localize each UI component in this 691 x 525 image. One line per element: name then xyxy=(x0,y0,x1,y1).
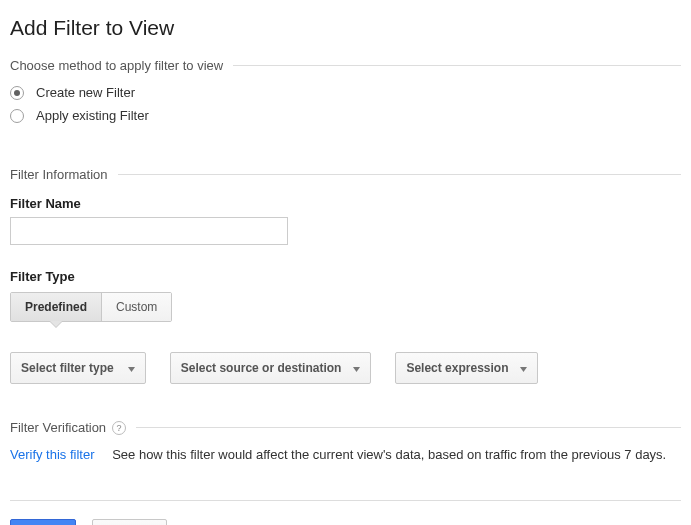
divider xyxy=(136,427,681,428)
dropdown-label: Select filter type xyxy=(21,361,114,375)
dropdown-expression[interactable]: Select expression xyxy=(395,352,538,384)
divider xyxy=(10,500,681,501)
chevron-down-icon xyxy=(353,361,360,375)
radio-apply-existing-filter[interactable]: Apply existing Filter xyxy=(10,108,681,123)
divider xyxy=(233,65,681,66)
filter-type-tabs: Predefined Custom xyxy=(10,292,172,322)
save-button[interactable]: Save xyxy=(10,519,76,525)
dropdown-label: Select expression xyxy=(406,361,508,375)
verify-section-heading: Filter Verification ? xyxy=(10,420,681,435)
dropdown-label: Select source or destination xyxy=(181,361,342,375)
tab-custom[interactable]: Custom xyxy=(101,293,171,321)
chevron-down-icon xyxy=(520,361,527,375)
verify-filter-link[interactable]: Verify this filter xyxy=(10,447,95,462)
verify-description: See how this filter would affect the cur… xyxy=(112,447,666,462)
filter-name-label: Filter Name xyxy=(10,196,681,211)
radio-create-new-filter[interactable]: Create new Filter xyxy=(10,85,681,100)
method-heading-text: Choose method to apply filter to view xyxy=(10,58,223,73)
verify-heading-text: Filter Verification xyxy=(10,420,106,435)
radio-icon xyxy=(10,109,24,123)
divider xyxy=(118,174,681,175)
info-section-heading: Filter Information xyxy=(10,167,681,182)
radio-icon xyxy=(10,86,24,100)
radio-label: Create new Filter xyxy=(36,85,135,100)
radio-label: Apply existing Filter xyxy=(36,108,149,123)
info-heading-text: Filter Information xyxy=(10,167,108,182)
dropdown-filter-type[interactable]: Select filter type xyxy=(10,352,146,384)
help-icon[interactable]: ? xyxy=(112,421,126,435)
dropdown-source-destination[interactable]: Select source or destination xyxy=(170,352,372,384)
chevron-down-icon xyxy=(128,361,135,375)
filter-name-input[interactable] xyxy=(10,217,288,245)
cancel-button[interactable]: Cancel xyxy=(92,519,167,525)
filter-type-label: Filter Type xyxy=(10,269,681,284)
tab-predefined[interactable]: Predefined xyxy=(11,293,101,321)
method-section-heading: Choose method to apply filter to view xyxy=(10,58,681,73)
page-title: Add Filter to View xyxy=(10,16,681,40)
